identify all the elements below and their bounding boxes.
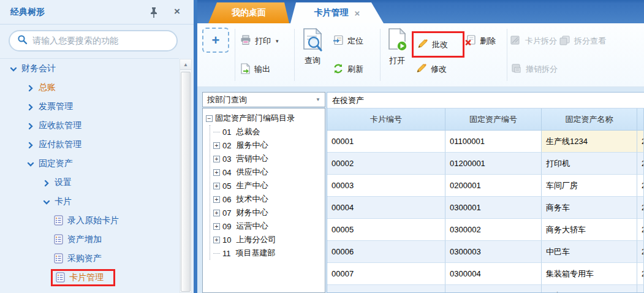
undo-split-icon [510,63,522,75]
expand-icon[interactable]: + [213,183,220,189]
card-split-button[interactable]: 卡片拆分 [510,32,557,50]
collapse-icon[interactable]: − [206,115,213,122]
column-header-partial [637,108,644,130]
tab-card-management[interactable]: 卡片管理 × [290,2,384,23]
table-row[interactable]: 00006 0300003 中巴车 2 [327,241,644,263]
column-header-card-number[interactable]: 卡片编号 [327,108,445,130]
dept-tree-children: 01 总裁会 + 02 服务中心 + 03 营销中心 [210,125,325,260]
sidebar-item-receivables-management[interactable]: 应收款管理 [0,116,179,135]
sidebar-item-card-management[interactable]: 卡片管理 [0,268,179,287]
chevron-right-icon [27,141,34,148]
dept-node-10[interactable]: + 10 上海分公司 [213,233,325,246]
chevron-down-icon [43,198,50,205]
sidebar-title: 经典树形 [10,7,45,18]
table-row[interactable]: 00004 0300001 商务车 2 [327,197,644,219]
table-row[interactable]: 00008 0300005 叉车 2 [327,285,644,293]
sidebar-item-asset-increase[interactable]: 资产增加 [0,230,179,249]
sidebar-scrollbar[interactable]: ▲ [180,59,192,293]
sidebar-item-invoice-management[interactable]: 发票管理 [0,97,179,116]
locate-button[interactable]: 定位 [333,32,363,50]
scroll-up-icon[interactable]: ▲ [180,59,191,70]
dept-node-05[interactable]: + 05 生产中心 [213,179,325,192]
column-header-asset-name[interactable]: 固定资产名称 [542,108,637,130]
expand-icon[interactable]: + [213,237,220,243]
expand-icon[interactable]: + [213,169,220,176]
sidebar-header: 经典树形 × [0,0,194,25]
dept-tree-root[interactable]: − 固定资产部门编码目录 [206,112,325,125]
search-input[interactable]: 请输入您要搜索的功能 [9,30,178,51]
open-button[interactable]: 打开 [384,28,411,66]
table-row[interactable]: 00001 01100001 生产线1234 2 [327,131,644,153]
filter-panel: 按部门查询 ▼ − 固定资产部门编码目录 01 总裁会 [202,92,325,293]
dept-node-11[interactable]: 11 项目基建部 [213,246,325,260]
expand-icon[interactable]: + [213,142,220,149]
query-mode-dropdown[interactable]: 按部门查询 ▼ [202,92,325,107]
sidebar-item-payables-management[interactable]: 应付款管理 [0,135,179,154]
add-button[interactable]: + [202,28,229,53]
chevron-down-icon [27,160,34,167]
card-split-icon [510,35,521,47]
form-document-icon [54,253,63,264]
sidebar-close-icon[interactable]: × [174,6,180,18]
sidebar-item-purchase-asset[interactable]: 采购资产 [0,249,179,268]
edit-button[interactable]: 修改 [415,61,447,78]
expand-icon[interactable]: + [213,156,220,162]
dropdown-arrow-icon: ▼ [316,97,320,102]
expand-icon[interactable]: + [213,210,220,216]
expand-icon[interactable]: + [213,223,220,230]
sidebar-item-settings[interactable]: 设置 [0,173,179,192]
dept-node-01[interactable]: 01 总裁会 [213,125,325,139]
table-row[interactable]: 00007 0300004 集装箱专用车 2 [327,263,644,285]
dept-node-03[interactable]: + 03 营销中心 [213,152,325,166]
toolbar-separator [380,29,381,81]
tab-my-desktop[interactable]: 我的桌面 [208,2,289,23]
table-row[interactable]: 00002 01200001 打印机 2 [327,153,644,175]
sidebar-nav-tree: 财务会计 总账 发票管理 应收款管理 应付款管理 固定资产 [0,58,179,293]
scrollbar-thumb[interactable] [181,72,191,292]
refresh-button[interactable]: 刷新 [333,61,363,78]
expand-icon[interactable]: + [213,196,220,203]
chevron-right-icon [27,122,34,129]
content-area: 按部门查询 ▼ − 固定资产部门编码目录 01 总裁会 [197,87,644,293]
delete-icon [465,35,476,48]
pin-icon[interactable] [148,6,159,18]
print-button[interactable]: 打印 ▾ [240,32,279,50]
table-row[interactable]: 00005 0300002 商务大轿车 2 [327,219,644,241]
split-view-button[interactable]: 拆分查看 [559,32,606,50]
toolbar-separator [294,29,295,81]
chevron-right-icon [27,103,34,110]
dept-node-06[interactable]: + 06 技术中心 [213,192,325,206]
app-window: 经典树形 × 请输入您要搜索的功能 财务会计 总账 发票管理 [0,0,644,293]
sidebar-item-fixed-assets[interactable]: 固定资产 [0,154,179,173]
pencil-icon [415,63,427,75]
export-button[interactable]: 输出 [240,61,270,78]
delete-button[interactable]: 删除 [465,32,496,50]
red-highlight-box: 批改 [412,31,464,58]
column-header-asset-number[interactable]: 固定资产编号 [445,108,542,130]
sidebar-item-general-ledger[interactable]: 总账 [0,78,179,97]
caret-down-icon: ▾ [276,38,279,44]
department-tree: − 固定资产部门编码目录 01 总裁会 + 02 服务中心 [202,108,325,293]
chevron-right-icon [27,84,34,91]
tab-bar: 我的桌面 卡片管理 × [197,0,644,23]
undo-split-button[interactable]: 撤销拆分 [510,61,558,78]
export-icon [240,63,251,76]
dept-node-04[interactable]: + 04 供应中心 [213,166,325,179]
sidebar-item-original-card-entry[interactable]: 录入原始卡片 [0,211,179,230]
dept-node-09[interactable]: + 09 运营中心 [213,219,325,233]
tab-close-icon[interactable]: × [355,8,360,18]
batch-edit-button[interactable]: 批改 [417,36,448,53]
tree-connector [213,132,220,132]
table-row[interactable]: 00003 0200001 车间厂房 2 [327,175,644,197]
form-document-icon [54,234,63,245]
toolbar-separator [235,29,235,81]
dept-node-07[interactable]: + 07 财务中心 [213,206,325,219]
grid-title: 在役资产 [327,93,644,108]
refresh-icon [333,63,344,76]
grid-header-row: 卡片编号 固定资产编号 固定资产名称 [327,108,644,131]
sidebar-item-finance-accounting[interactable]: 财务会计 [0,59,179,78]
dept-node-02[interactable]: + 02 服务中心 [213,139,325,152]
query-button[interactable]: 查询 [299,28,326,66]
assets-grid: 在役资产 卡片编号 固定资产编号 固定资产名称 00001 01100001 生… [327,92,644,293]
sidebar-item-card[interactable]: 卡片 [0,192,179,211]
